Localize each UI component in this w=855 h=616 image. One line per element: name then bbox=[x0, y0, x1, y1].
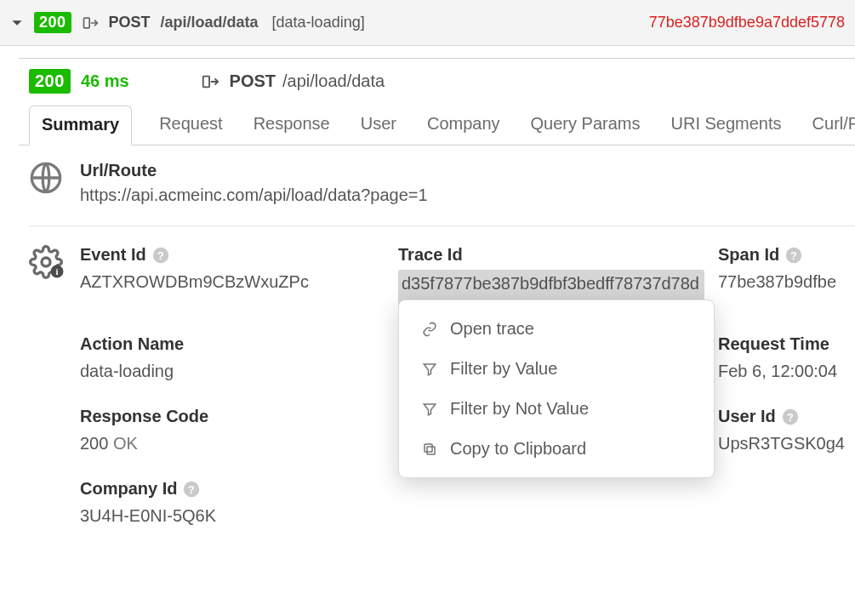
request-time-value[interactable]: Feb 6, 12:00:04 bbox=[718, 359, 855, 383]
copy-icon bbox=[421, 441, 438, 458]
route-annotation: [data-loading] bbox=[272, 14, 365, 31]
method-label: POST bbox=[230, 71, 276, 91]
path-label: /api/load/data bbox=[282, 71, 385, 91]
svg-rect-12 bbox=[425, 444, 432, 452]
span-id-value[interactable]: 77be387b9dfbe bbox=[718, 270, 855, 294]
url-label: Url/Route bbox=[80, 161, 428, 180]
svg-rect-11 bbox=[427, 447, 435, 454]
tab-user[interactable]: User bbox=[357, 106, 400, 145]
tab-uri-segments[interactable]: URI Segments bbox=[668, 106, 785, 145]
svg-rect-0 bbox=[83, 18, 89, 28]
status-badge: 200 bbox=[34, 12, 71, 33]
help-icon[interactable]: ? bbox=[151, 246, 170, 265]
tab-summary[interactable]: Summary bbox=[29, 106, 132, 145]
user-id-label: User Id ? bbox=[718, 407, 855, 426]
context-menu: Open trace Filter by Value Filter by Not… bbox=[398, 299, 715, 478]
tabs: Summary Request Response User Company Qu… bbox=[19, 106, 855, 145]
filter-icon bbox=[421, 401, 438, 418]
tab-query-params[interactable]: Query Params bbox=[527, 106, 644, 145]
path-label: /api/load/data bbox=[161, 14, 259, 31]
request-time-label: Request Time bbox=[718, 334, 855, 354]
globe-icon bbox=[29, 161, 66, 199]
help-icon[interactable]: ? bbox=[784, 246, 803, 265]
action-name-value[interactable]: data-loading bbox=[80, 359, 385, 383]
request-row[interactable]: 200 POST /api/load/data [data-loading] 7… bbox=[0, 0, 855, 46]
event-id-value[interactable]: AZTXROWDBm9CBzWxuZPc bbox=[80, 270, 385, 294]
trace-id-label: Trace Id bbox=[398, 245, 704, 265]
action-name-label: Action Name bbox=[80, 334, 385, 354]
svg-text:?: ? bbox=[189, 482, 196, 495]
method-label: POST bbox=[109, 14, 151, 31]
span-id-label: Span Id ? bbox=[718, 245, 855, 265]
detail-panel: 200 46 ms POST /api/load/data UpsR3 Summ… bbox=[19, 58, 855, 567]
user-id-value[interactable]: UpsR3TGSK0g4 bbox=[718, 431, 855, 455]
tab-response[interactable]: Response bbox=[250, 106, 333, 145]
menu-label: Copy to Clipboard bbox=[450, 439, 586, 459]
outgoing-icon bbox=[201, 72, 219, 91]
menu-filter-not-value[interactable]: Filter by Not Value bbox=[399, 389, 714, 429]
menu-filter-value[interactable]: Filter by Value bbox=[399, 349, 714, 389]
company-id-value[interactable]: 3U4H-E0NI-5Q6K bbox=[80, 504, 385, 528]
menu-label: Filter by Not Value bbox=[450, 399, 589, 419]
svg-text:i: i bbox=[56, 267, 59, 277]
url-value: https://api.acmeinc.com/api/load/data?pa… bbox=[80, 185, 428, 205]
menu-open-trace[interactable]: Open trace bbox=[399, 309, 714, 349]
detail-header: 200 46 ms POST /api/load/data UpsR3 bbox=[19, 69, 855, 102]
svg-rect-1 bbox=[202, 76, 208, 87]
status-badge: 200 bbox=[29, 69, 71, 94]
company-id-label: Company Id ? bbox=[80, 479, 385, 499]
tab-curl[interactable]: Curl/Postma bbox=[809, 106, 855, 145]
help-icon[interactable]: ? bbox=[781, 408, 800, 426]
response-code-label: Response Code bbox=[80, 407, 385, 426]
tab-request[interactable]: Request bbox=[156, 106, 226, 145]
svg-text:?: ? bbox=[787, 410, 794, 423]
svg-text:?: ? bbox=[157, 248, 164, 261]
svg-text:?: ? bbox=[790, 248, 797, 261]
link-icon bbox=[421, 321, 438, 338]
tab-company[interactable]: Company bbox=[424, 106, 504, 145]
summary-content: Url/Route https://api.acmeinc.com/api/lo… bbox=[19, 145, 855, 567]
menu-label: Open trace bbox=[450, 319, 534, 339]
menu-copy[interactable]: Copy to Clipboard bbox=[399, 429, 714, 469]
menu-label: Filter by Value bbox=[450, 359, 557, 379]
timing-label: 46 ms bbox=[81, 71, 129, 91]
help-icon[interactable]: ? bbox=[182, 480, 201, 499]
event-id-label: Event Id ? bbox=[80, 245, 385, 265]
response-code-value[interactable]: 200 OK bbox=[80, 431, 385, 455]
filter-icon bbox=[421, 361, 438, 378]
row-hash: 77be387b9dfbe9a7ddef5778 bbox=[649, 14, 845, 31]
expand-caret-icon[interactable] bbox=[10, 16, 24, 30]
outgoing-icon bbox=[82, 14, 99, 31]
settings-icon: i bbox=[29, 245, 66, 551]
